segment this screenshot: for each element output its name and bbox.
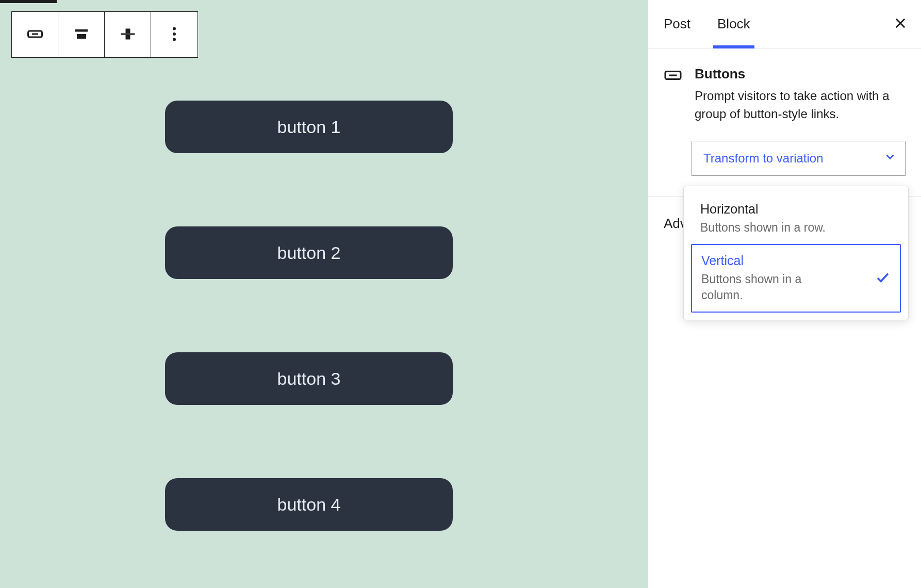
svg-point-8 (173, 32, 176, 36)
variation-option-label: Vertical (701, 253, 891, 268)
demo-button[interactable]: button 1 (165, 101, 453, 153)
justify-icon (119, 25, 137, 45)
svg-rect-2 (75, 29, 88, 32)
transform-variation-label: Transform to variation (703, 151, 824, 166)
buttons-block-icon (664, 68, 682, 123)
toolbar-block-type-button[interactable] (12, 12, 58, 57)
variation-option-description: Buttons shown in a column. (701, 271, 835, 303)
variation-option-description: Buttons shown in a row. (700, 220, 834, 236)
block-title: Buttons (695, 66, 906, 82)
svg-rect-4 (121, 33, 135, 35)
sidebar-tabs: Post Block (648, 0, 921, 48)
block-toolbar (11, 11, 198, 58)
close-sidebar-button[interactable] (893, 16, 908, 32)
block-meta: Buttons Prompt visitors to take action w… (695, 66, 906, 123)
close-icon (893, 23, 908, 32)
svg-rect-3 (77, 34, 86, 39)
toolbar-align-button[interactable] (58, 12, 105, 57)
svg-rect-6 (125, 35, 130, 39)
chevron-down-icon (883, 150, 897, 167)
svg-point-9 (173, 38, 176, 41)
variation-option-vertical[interactable]: Vertical Buttons shown in a column. (691, 244, 901, 313)
demo-button[interactable]: button 4 (165, 478, 453, 531)
block-header: Buttons Prompt visitors to take action w… (648, 48, 921, 123)
transform-variation-dropdown[interactable]: Transform to variation (692, 141, 906, 176)
variation-option-horizontal[interactable]: Horizontal Buttons shown in a row. (691, 193, 901, 244)
buttons-block[interactable]: button 1 button 2 button 3 button 4 (165, 101, 453, 531)
tab-block[interactable]: Block (713, 0, 754, 48)
toolbar-justify-button[interactable] (105, 12, 151, 57)
demo-button[interactable]: button 2 (165, 226, 453, 279)
variation-popup: Horizontal Buttons shown in a row. Verti… (683, 186, 909, 320)
svg-point-7 (173, 27, 176, 30)
variation-option-label: Horizontal (700, 202, 892, 217)
svg-rect-5 (125, 28, 130, 33)
settings-sidebar: Post Block Buttons Prompt (648, 0, 921, 588)
check-icon (875, 270, 891, 287)
top-dark-strip (0, 0, 57, 3)
editor-canvas[interactable]: button 1 button 2 button 3 button 4 (0, 0, 648, 588)
demo-button[interactable]: button 3 (165, 352, 453, 405)
block-description: Prompt visitors to take action with a gr… (695, 87, 906, 123)
more-icon (165, 25, 184, 45)
toolbar-more-button[interactable] (151, 12, 198, 57)
tab-post[interactable]: Post (660, 0, 695, 48)
editor-root: button 1 button 2 button 3 button 4 Post… (0, 0, 921, 588)
align-icon (72, 25, 91, 45)
buttons-block-icon (26, 25, 44, 45)
